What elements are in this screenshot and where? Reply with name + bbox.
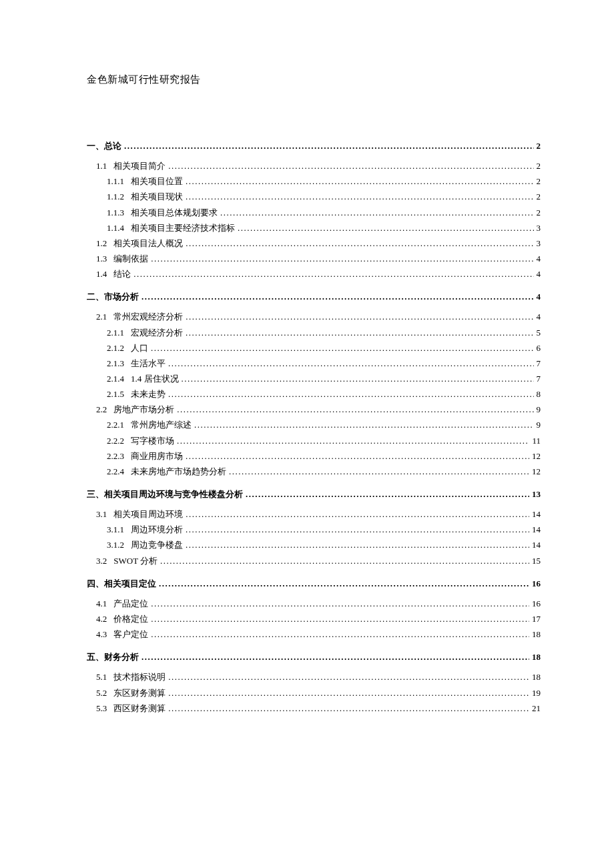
toc-leader-dots [183,508,529,521]
toc-entry: 2.1常州宏观经济分析4 [87,310,541,324]
toc-leader-dots [166,671,529,684]
toc-leader-dots [131,268,533,281]
toc-entry-page: 15 [529,554,541,568]
toc-entry-number: 3.1 [96,508,113,521]
toc-entry-number: 2.2.3 [107,450,131,463]
toc-leader-dots [148,612,529,626]
toc-entry: 四、相关项目定位16 [87,577,541,590]
toc-entry-label: 相关项目周边环境 [113,508,183,521]
toc-entry-number: 1.2 [96,237,113,250]
toc-entry-page: 2 [534,159,541,173]
toc-entry-page: 11 [529,434,541,448]
toc-entry-label: 常州房地产综述 [131,418,192,432]
toc-entry-number: 2.1.5 [107,388,131,401]
toc-entry-label: 三、相关项目周边环境与竞争性楼盘分析 [87,488,243,501]
toc-entry-number: 1.1.4 [107,222,131,235]
toc-entry-label: 技术指标说明 [113,671,166,684]
toc-entry-page: 6 [534,342,541,355]
toc-leader-dots [148,628,529,641]
toc-entry-label: 产品定位 [113,597,148,610]
toc-entry: 2.1.2人口6 [87,342,541,355]
toc-entry: 五、财务分析18 [87,650,541,664]
toc-entry-page: 12 [529,465,541,478]
toc-entry-number: 1.4 [96,268,113,281]
toc-entry-number: 4.1 [96,597,113,610]
toc-leader-dots [179,372,534,386]
toc-leader-dots [183,523,529,536]
toc-entry-page: 17 [529,612,541,626]
toc-entry-page: 13 [529,488,541,501]
toc-entry: 5.1技术指标说明18 [87,671,541,684]
toc-entry-number: 3.1.2 [107,538,131,552]
toc-entry: 3.1.1周边环境分析14 [87,523,541,536]
toc-entry-number: 5.3 [96,702,113,715]
toc-entry-label: 相关项目简介 [113,159,166,173]
toc-entry-page: 19 [529,687,541,700]
toc-entry: 1.1.2相关项目现状2 [87,190,541,203]
toc-entry: 4.2价格定位17 [87,612,541,626]
toc-entry-number: 1.1.2 [107,190,131,203]
toc-entry: 2.1.3生活水平7 [87,357,541,370]
toc-entry-number: 1.3 [96,252,113,266]
toc-entry: 5.3西区财务测算21 [87,702,541,715]
toc-entry-page: 16 [529,577,541,590]
toc-leader-dots [183,190,534,203]
toc-entry-label: 编制依据 [113,252,148,266]
toc-leader-dots [139,290,534,304]
toc-entry-number: 1.1 [96,159,113,173]
toc-entry-number: 4.3 [96,628,113,641]
toc-entry-label: 房地产市场分析 [113,403,174,416]
toc-entry-label: 未来房地产市场趋势分析 [131,465,226,478]
toc-entry-label: SWOT 分析 [113,554,158,568]
toc-entry-label: 1.4 居住状况 [131,372,179,386]
toc-entry-label: 四、相关项目定位 [87,577,156,590]
toc-leader-dots [183,326,534,340]
toc-entry-page: 8 [534,388,541,401]
toc-entry-number: 3.1.1 [107,523,131,536]
toc-entry-page: 4 [534,290,541,304]
toc-leader-dots [235,222,534,235]
toc-entry-page: 4 [534,310,541,324]
toc-entry-number: 2.1.3 [107,357,131,370]
toc-leader-dots [183,538,529,552]
toc-leader-dots [166,388,534,401]
toc-leader-dots [139,650,529,664]
toc-leader-dots [183,175,534,188]
toc-entry-number: 2.1 [96,310,113,324]
toc-leader-dots [156,577,529,590]
toc-entry-label: 常州宏观经济分析 [113,310,183,324]
toc-entry-page: 3 [534,237,541,250]
toc-entry-page: 21 [529,702,541,715]
document-page: 金色新城可行性研究报告 一、总论21.1相关项目简介21.1.1相关项目位置21… [0,0,614,757]
toc-entry-label: 相关项目位置 [131,175,183,188]
toc-entry: 2.2.1常州房地产综述9 [87,418,541,432]
toc-entry-number: 5.1 [96,671,113,684]
toc-entry: 3.1相关项目周边环境14 [87,508,541,521]
toc-entry: 二、市场分析4 [87,290,541,304]
toc-entry-number: 2.2 [96,403,113,416]
toc-entry-number: 4.2 [96,612,113,626]
toc-entry: 4.1产品定位16 [87,597,541,610]
toc-entry: 2.2.2写字楼市场11 [87,434,541,448]
toc-entry-number: 1.1.3 [107,206,131,220]
toc-entry-number: 2.1.4 [107,372,131,386]
toc-entry-page: 14 [529,508,541,521]
toc-entry-page: 7 [534,357,541,370]
table-of-contents: 一、总论21.1相关项目简介21.1.1相关项目位置21.1.2相关项目现状21… [87,139,541,715]
toc-entry: 2.1.1宏观经济分析5 [87,326,541,340]
toc-entry: 4.3客户定位18 [87,628,541,641]
toc-entry-page: 5 [534,326,541,340]
document-title: 金色新城可行性研究报告 [87,73,541,86]
toc-leader-dots [243,488,529,501]
toc-leader-dots [148,342,534,355]
toc-entry: 2.1.41.4 居住状况7 [87,372,541,386]
toc-entry-page: 4 [534,252,541,266]
toc-entry: 2.2房地产市场分析9 [87,403,541,416]
toc-entry-label: 生活水平 [131,357,166,370]
toc-entry-page: 4 [534,268,541,281]
toc-leader-dots [192,418,534,432]
toc-entry: 2.2.3商业用房市场12 [87,450,541,463]
toc-entry-label: 价格定位 [113,612,148,626]
toc-entry-page: 18 [529,650,541,664]
toc-entry-label: 未来走势 [131,388,166,401]
